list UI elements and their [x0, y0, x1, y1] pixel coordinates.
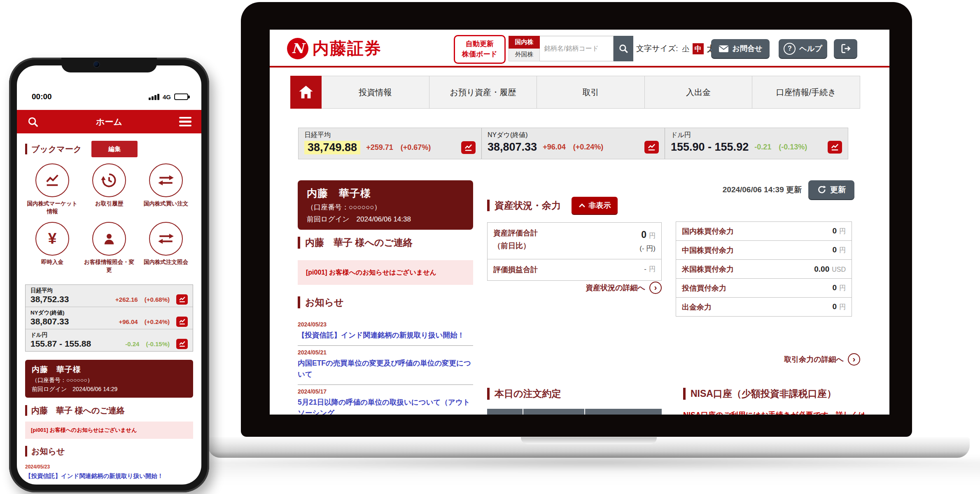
bookmark-label: 国内株式マーケット情報	[25, 200, 79, 216]
nav-tab-assets-history[interactable]: お預り資産・履歴	[429, 76, 537, 109]
news-list: 2024/05/23 【投資信託】インド関連銘柄の新規取り扱い開始！ 2024/…	[298, 318, 473, 415]
nav-tab-account-info[interactable]: 口座情報/手続き	[752, 76, 860, 109]
asset-total-label: 資産評価合計	[493, 227, 538, 240]
contact-notice: [pi001] お客様へのお知らせはございません	[298, 260, 473, 285]
refresh-button[interactable]: 更新	[808, 180, 854, 199]
home-icon	[297, 84, 315, 101]
hide-button[interactable]: 非表示	[572, 197, 618, 214]
header-divider	[270, 66, 889, 68]
nav-tab-invest-info[interactable]: 投資情報	[322, 76, 429, 109]
assets-section-title: 資産状況・余力	[487, 200, 561, 212]
nisa-section-title: NISA口座（少額投資非課税口座）	[683, 388, 836, 400]
pl-total-value: -	[644, 265, 646, 273]
chart-line-glyph	[178, 318, 186, 326]
news-section-title: お知らせ	[298, 296, 344, 308]
chevron-up-icon	[579, 203, 586, 208]
chart-icon[interactable]	[644, 141, 659, 154]
ticker-price: 38,749.88	[304, 141, 360, 154]
power-label: 米国株買付余力	[682, 264, 734, 274]
news-item: 2024/05/17 5月21日以降の呼値の単位の取扱いについて（アウトソーシン…	[298, 385, 473, 415]
news-link[interactable]: 5月21日以降の呼値の単位の取扱いについて（アウトソーシング	[298, 397, 473, 415]
bookmark-label: 国内株式注文照会	[139, 259, 193, 266]
power-detail-link[interactable]: 取引余力の詳細へ ›	[784, 353, 860, 366]
auto-update-board-button[interactable]: 自動更新 株価ボード	[454, 35, 506, 64]
bookmark-trade-history[interactable]: お取引履歴	[82, 163, 136, 216]
news-date: 2024/05/21	[298, 349, 473, 356]
menu-icon[interactable]	[179, 117, 191, 127]
bookmark-instant-deposit[interactable]: ¥ 即時入金	[25, 222, 79, 274]
refresh-button-label: 更新	[830, 184, 846, 195]
search-icon[interactable]	[27, 116, 39, 128]
tab-domestic-stock[interactable]: 国内株	[509, 36, 540, 49]
ticker-price: 38,752.33	[30, 294, 69, 304]
font-size-medium[interactable]: 中	[693, 43, 704, 54]
ticker-label: ドル円	[671, 131, 842, 140]
brand-logo[interactable]: N 内藤証券	[287, 37, 382, 60]
font-size-selector: 文字サイズ: 小 中 太	[636, 30, 715, 68]
ticker-price: 38,807.33	[488, 141, 537, 154]
user-info-card: 内藤 華子様 （口座番号：○○○○○○） 前回ログイン 2024/06/06 1…	[25, 360, 193, 398]
chart-icon[interactable]	[828, 141, 842, 154]
logout-button[interactable]	[834, 39, 857, 58]
brand-logo-icon: N	[287, 38, 308, 59]
ticker-values: 38,752.33 +262.16 (+0.68%)	[30, 294, 188, 305]
yen-icon: ¥	[35, 222, 69, 256]
font-size-label: 文字サイズ:	[636, 43, 678, 54]
arrow-right-icon: ›	[649, 282, 662, 294]
bookmark-label: 国内株式買い注文	[139, 200, 193, 208]
refresh-icon	[817, 185, 827, 195]
symbol-search-input[interactable]	[540, 36, 614, 61]
chart-icon[interactable]	[176, 317, 188, 327]
bookmark-buy-order[interactable]: 国内株式買い注文	[139, 163, 193, 216]
phone-content: ブックマーク 編集 国内株式マーケット情報 お取引履歴	[17, 133, 201, 485]
news-link[interactable]: 内国ETFの売買単位の変更及び呼値の単位の変更について	[298, 358, 473, 380]
laptop-reflection	[177, 460, 980, 479]
day-change-value: (- 円)	[639, 243, 656, 255]
table-row: 資産評価合計 （前日比） 0円 (- 円)	[488, 223, 661, 259]
bookmark-customer-info[interactable]: お客様情報照会・変更	[82, 222, 136, 274]
yen-glyph: ¥	[48, 230, 57, 247]
help-button[interactable]: ? ヘルプ	[779, 39, 827, 58]
power-label: 出金余力	[682, 302, 712, 312]
search-button[interactable]	[614, 36, 633, 61]
power-value: 0円	[832, 283, 846, 293]
chart-icon[interactable]	[461, 141, 476, 154]
phone-status-bar: 00:00 4G	[17, 90, 201, 103]
bookmark-label: お客様情報照会・変更	[82, 259, 136, 274]
table-row: 評価損益合計 -円	[488, 259, 661, 280]
brand-name: 内藤証券	[313, 37, 382, 60]
asset-detail-link-label: 資産状況の詳細へ	[586, 283, 645, 293]
news-date: 2024/05/17	[298, 388, 473, 395]
phone-screen: 00:00 4G ホーム ブックマーク 編集	[17, 65, 201, 485]
bookmark-order-inquiry[interactable]: 国内株式注文照会	[139, 222, 193, 274]
font-size-small[interactable]: 小	[682, 44, 689, 54]
bookmarks-title: ブックマーク	[25, 144, 82, 154]
news-link[interactable]: 【投資信託】インド関連銘柄の新規取り扱い開始！	[298, 330, 473, 340]
ticker-price: 38,807.33	[30, 317, 69, 326]
transfer-arrows-icon	[149, 222, 183, 256]
nav-tab-deposit-withdraw[interactable]: 入出金	[645, 76, 753, 109]
edit-button[interactable]: 編集	[91, 141, 138, 157]
transfer-arrows-icon	[149, 163, 183, 197]
power-label: 国内株買付余力	[682, 226, 734, 236]
chart-line-icon	[35, 163, 69, 197]
ticker-usdjpy: ドル円 155.90 - 155.92 -0.21 (-0.13%)	[665, 128, 848, 159]
contact-button[interactable]: お問合せ	[711, 39, 770, 58]
bookmark-market-info[interactable]: 国内株式マーケット情報	[25, 163, 79, 216]
nav-tab-trade[interactable]: 取引	[537, 76, 645, 109]
row-values: -円	[644, 263, 656, 276]
asset-detail-link[interactable]: 資産状況の詳細へ ›	[586, 282, 662, 294]
contact-notice: [pi001] お客様へのお知らせはございません	[25, 422, 193, 439]
chart-icon[interactable]	[176, 339, 188, 349]
last-login: 前回ログイン 2024/06/06 14:29	[32, 386, 187, 393]
ticker-nikkei: 日経平均 38,749.88 +259.71 (+0.67%)	[299, 128, 482, 159]
news-link[interactable]: 【投資信託】インド関連銘柄の新規取り扱い開始！	[25, 472, 193, 481]
chart-icon[interactable]	[176, 294, 188, 305]
nav-tab-home[interactable]	[290, 76, 322, 109]
update-row: 2024/06/06 14:39 更新 更新	[723, 180, 854, 199]
search-icon	[618, 43, 629, 54]
tab-foreign-stock[interactable]: 外国株	[509, 49, 540, 62]
ticker-label: 日経平均	[30, 287, 188, 294]
power-value: 0円	[832, 245, 846, 255]
power-value: 0円	[832, 302, 846, 312]
